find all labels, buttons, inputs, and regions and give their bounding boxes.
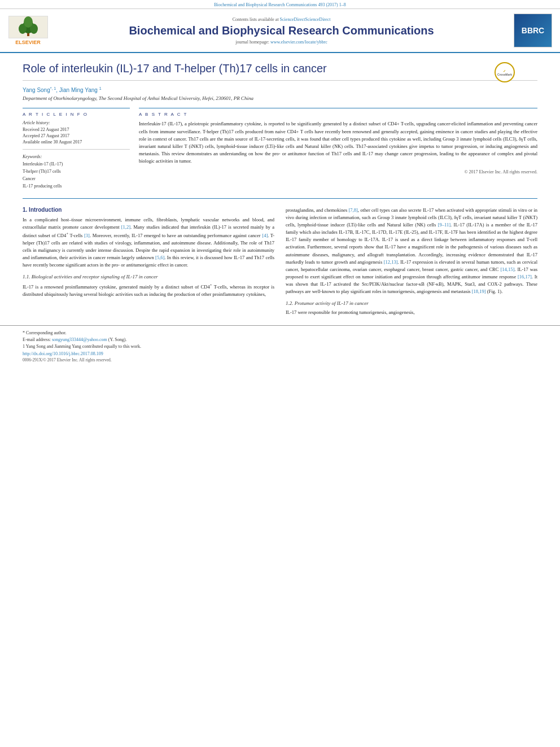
- revised-date: Accepted 27 August 2017: [23, 133, 130, 138]
- elsevier-logo: ELSEVIER: [7, 15, 49, 46]
- keywords-list: Interleukin-17 (IL-17) T-helper (Th)17 c…: [23, 161, 130, 190]
- bbrc-logo: BBRC: [514, 14, 552, 47]
- ref-4: [4]: [262, 233, 268, 238]
- journal-title: Biochemical and Biophysical Research Com…: [55, 24, 508, 37]
- journal-header: ELSEVIER Contents lists available at Sci…: [0, 9, 560, 53]
- article-title: Role of interleukin (IL)-17 and T-helper…: [23, 61, 537, 81]
- keyword-3: Cancer: [23, 176, 130, 183]
- article-info-title: A R T I C L E I N F O: [23, 112, 130, 117]
- issn-line: 0006-291X/© 2017 Elsevier Inc. All right…: [23, 357, 537, 362]
- section-divider: [23, 198, 537, 199]
- keyword-1: Interleukin-17 (IL-17): [23, 161, 130, 168]
- info-abstract-row: A R T I C L E I N F O Article history: R…: [23, 108, 537, 190]
- body-columns: 1. Introduction In a complicated host–ti…: [23, 207, 537, 320]
- ref-7-8: [7,8]: [349, 207, 358, 213]
- crossmark-badge: ✓ CrossMark: [495, 62, 515, 82]
- body-left-col: 1. Introduction In a complicated host–ti…: [23, 207, 274, 320]
- author2-sup: 1: [99, 86, 102, 90]
- right-text-2: IL-17 were responsible for promoting tum…: [286, 309, 537, 316]
- authors-line: Yang Song*, 1, Jian Ming Yang 1: [23, 86, 537, 93]
- intro-heading: 1. Introduction: [23, 207, 274, 213]
- sciencedirect-link[interactable]: ScienceDirect: [280, 17, 305, 22]
- abstract-box: A B S T R A C T Interleukin-17 (IL-17), …: [139, 108, 537, 190]
- citation-text: Biochemical and Biophysical Research Com…: [214, 2, 346, 7]
- online-date: Available online 30 August 2017: [23, 139, 130, 145]
- svg-point-5: [24, 16, 33, 28]
- ref-16-17: [16,17]: [518, 274, 532, 279]
- article-info-box: A R T I C L E I N F O Article history: R…: [23, 108, 130, 190]
- ref-9-11: [9–11]: [438, 222, 450, 228]
- email-address[interactable]: songyung333444@yahoo.com: [52, 337, 107, 342]
- ref-12-13: [12,13]: [384, 259, 398, 265]
- abstract-text: Interleukin-17 (IL-17), a pleiotropic pr…: [139, 120, 537, 165]
- body-right-col: prostaglandins, and chemokines [7,8], ot…: [286, 207, 537, 320]
- homepage-url[interactable]: www.elsevier.com/locate/ybbrc: [270, 40, 327, 45]
- top-citation-bar: Biochemical and Biophysical Research Com…: [0, 0, 560, 9]
- right-text-1: prostaglandins, and chemokines [7,8], ot…: [286, 207, 537, 296]
- ref-1-2: [1,2]: [121, 224, 130, 230]
- article-content: Role of interleukin (IL)-17 and T-helper…: [0, 53, 560, 325]
- intro-text-1: In a complicated host–tissue microenviro…: [23, 216, 274, 269]
- history-label: Article history:: [23, 120, 130, 125]
- corresponding-note: * Corresponding author.: [23, 330, 537, 335]
- crossmark-circle: ✓ CrossMark: [495, 62, 515, 82]
- journal-homepage: journal homepage: www.elsevier.com/locat…: [55, 40, 508, 45]
- ref-14-15: [14,15]: [500, 267, 514, 272]
- email-line: E-mail address: songyung333444@yahoo.com…: [23, 337, 537, 342]
- affiliation: Department of Otorhinolaryngology, The S…: [23, 95, 537, 101]
- received-date: Received 22 August 2017: [23, 127, 130, 132]
- footer: * Corresponding author. E-mail address: …: [0, 325, 560, 366]
- copyright-line: © 2017 Elsevier Inc. All rights reserved…: [139, 169, 537, 174]
- ref-18-19: [18,19]: [472, 289, 486, 294]
- subsection-1-2: 1.2. Protumor activity of IL-17 in cance…: [286, 300, 537, 306]
- author1: Yang Song: [23, 87, 50, 93]
- author1-sup: *, 1: [50, 86, 56, 90]
- keyword-4: IL-17 producing cells: [23, 183, 130, 190]
- ref-5-6: [5,6]: [155, 255, 164, 260]
- subsection-1-1: 1.1. Biological activities and receptor …: [23, 274, 274, 279]
- header-center: Contents lists available at ScienceDirec…: [55, 17, 508, 45]
- author-sep: , Jian Ming Yang: [56, 87, 98, 93]
- doi-link[interactable]: http://dx.doi.org/10.1016/j.bbrc.2017.08…: [23, 351, 103, 356]
- other-text: other: [202, 291, 211, 297]
- abstract-title: A B S T R A C T: [139, 112, 537, 117]
- article-title-area: Role of interleukin (IL)-17 and T-helper…: [23, 61, 537, 81]
- info-divider-1: [23, 149, 130, 150]
- ref-3: [3]: [84, 233, 90, 238]
- elsevier-text: ELSEVIER: [15, 40, 41, 45]
- elsevier-tree-image: [8, 16, 48, 38]
- contribution-note: 1 Yang Song and Jianming Yang contribute…: [23, 344, 537, 349]
- bbrc-logo-area: BBRC: [514, 14, 553, 47]
- intro-text-2: IL-17 is a renowned proinflammatory cyto…: [23, 282, 274, 298]
- keywords-label: Keywords:: [23, 154, 130, 159]
- contents-line: Contents lists available at ScienceDirec…: [55, 17, 508, 22]
- keyword-2: T-helper (Th)17 cells: [23, 168, 130, 176]
